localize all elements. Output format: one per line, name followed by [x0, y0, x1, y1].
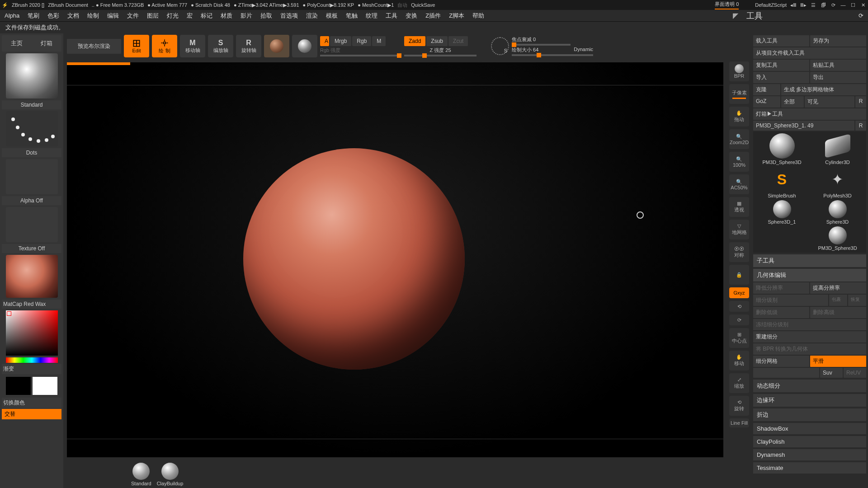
menu-picker[interactable]: 拾取 — [260, 12, 272, 20]
menu-zplugin[interactable]: Z插件 — [425, 12, 441, 20]
goz-visible-button[interactable]: 可见 — [805, 96, 854, 108]
preview-bool-button[interactable]: 预览布尔渲染 — [67, 39, 121, 54]
menu-preferences[interactable]: 首选项 — [280, 12, 298, 20]
linefill-button[interactable]: Line Fill — [729, 418, 749, 427]
reload-icon[interactable]: ⟳ — [859, 12, 863, 19]
xyz-button[interactable]: Gxyz — [729, 287, 749, 298]
persp-button[interactable]: ▦透视 — [729, 197, 749, 217]
dynamesh-section[interactable]: Dynamesh — [753, 449, 866, 460]
geometry-section[interactable]: 几何体编辑 — [753, 269, 866, 282]
tool-item-sphere3d-1[interactable]: Sphere3D_1 — [755, 200, 809, 225]
sdiv-slider[interactable]: 细分级别 — [753, 295, 828, 306]
tool-item-simplebrush[interactable]: SSimpleBrush — [755, 167, 809, 198]
m-button[interactable]: M — [372, 36, 386, 46]
z-intensity-slider[interactable] — [404, 55, 476, 56]
reconstruct-button[interactable]: 重建细分 — [753, 331, 866, 343]
tab-home[interactable]: 主页 — [2, 35, 32, 52]
tool-item-cylinder[interactable]: Cylinder3D — [811, 133, 864, 165]
hue-strip[interactable] — [6, 357, 58, 363]
divide-button[interactable]: 细分网格 — [753, 356, 809, 367]
menu-alpha[interactable]: Alpha — [5, 12, 19, 19]
paste-tool-button[interactable]: 粘贴工具 — [810, 60, 866, 71]
draw-mode-button[interactable]: 绘 制 — [152, 35, 177, 57]
drag-button[interactable]: ✋拖动 — [729, 107, 749, 127]
alpha-thumbnail[interactable] — [6, 159, 58, 194]
load-from-project-button[interactable]: 从项目文件载入工具 — [753, 47, 866, 59]
subtool-section[interactable]: 子工具 — [753, 254, 866, 267]
menu-texture[interactable]: 纹理 — [366, 12, 377, 20]
quicksave-button[interactable]: QuickSave — [411, 2, 435, 8]
import-button[interactable]: 导入 — [753, 72, 809, 83]
menu-stroke[interactable]: 笔触 — [346, 12, 358, 20]
sphere-mesh[interactable] — [243, 148, 465, 370]
tab-lightbox[interactable]: 灯箱 — [32, 35, 61, 52]
collapse-icon[interactable]: ◤ — [733, 11, 738, 20]
menu-light[interactable]: 灯光 — [167, 12, 179, 20]
rgb-intensity-slider[interactable] — [320, 55, 401, 56]
menu-stencil[interactable]: 模板 — [326, 12, 338, 20]
rgb-button[interactable]: Rgb — [352, 36, 371, 46]
half-button[interactable]: 🔍AC50% — [729, 174, 749, 194]
menu-tool[interactable]: 工具 — [386, 12, 397, 20]
menu-color[interactable]: 色彩 — [47, 12, 59, 20]
swatch-white[interactable] — [33, 377, 57, 395]
claypolish-section[interactable]: ClayPolish — [753, 436, 866, 447]
higher-res-button[interactable]: 提高分辨率 — [810, 282, 866, 294]
menu-macro[interactable]: 宏 — [187, 12, 193, 20]
goz-r-button[interactable]: R — [855, 96, 866, 108]
menu-material[interactable]: 材质 — [221, 12, 232, 20]
color-picker[interactable] — [6, 310, 58, 356]
subpixel-button[interactable]: 子像素 — [729, 84, 749, 104]
lightbox-tool-button[interactable]: 灯箱▶工具 — [753, 108, 866, 120]
brush-thumbnail[interactable] — [6, 53, 58, 99]
shadowbox-section[interactable]: ShadowBox — [753, 423, 866, 434]
sym-button[interactable]: ⦿⦿对称 — [729, 242, 749, 262]
restore-button[interactable]: 恢复 — [848, 295, 866, 306]
scale-gizmo-button[interactable]: S编放轴 — [208, 35, 233, 57]
floor-button[interactable]: ▽地网格 — [729, 220, 749, 239]
a-toggle[interactable]: A — [320, 36, 329, 46]
copy-tool-button[interactable]: 复制工具 — [753, 60, 809, 71]
crease-section[interactable]: 折边 — [753, 408, 866, 421]
zscript-label[interactable]: DefaultZScript — [755, 2, 787, 8]
move-view-button[interactable]: ✋移动 — [729, 351, 749, 371]
makepoly-button[interactable]: 生成 多边形网格物体 — [781, 84, 866, 95]
rot-z-button[interactable]: ⟳ — [729, 314, 749, 325]
doc-icon[interactable]: 🗐 — [820, 2, 826, 8]
menu-file[interactable]: 文件 — [127, 12, 139, 20]
edit-mode-button[interactable]: Edit — [124, 35, 149, 57]
del-low-button[interactable]: 删除低级 — [753, 307, 809, 318]
menu-icon[interactable]: ☰ — [810, 2, 816, 8]
current-tool-slider[interactable]: PM3D_Sphere3D_1. 49 — [753, 121, 854, 131]
transparency-slider[interactable]: 界面透明 0 — [715, 1, 739, 9]
s-dial-icon[interactable]: S — [491, 37, 509, 55]
tool-item-pm3d-sphere3d[interactable]: PM3D_Sphere3D — [811, 226, 864, 251]
alternate-button[interactable]: 交替 — [2, 409, 61, 419]
gradient-label[interactable]: 渐变 — [2, 364, 61, 374]
lock-button[interactable]: 🔒 — [729, 265, 749, 285]
menu-movie[interactable]: 影片 — [241, 12, 252, 20]
stroke-thumbnail[interactable] — [6, 111, 58, 146]
rotate-view-button[interactable]: ⟲旋转 — [729, 396, 749, 416]
suv-button[interactable]: Suv — [820, 368, 843, 378]
maximize-icon[interactable]: ☐ — [850, 2, 856, 8]
frame-button[interactable]: ⊞中心点 — [729, 328, 749, 348]
drawsize-slider[interactable] — [512, 54, 593, 56]
saveas-button[interactable]: 另存为 — [810, 35, 866, 47]
del-high-button[interactable]: 删除高级 — [810, 307, 866, 318]
bpr-button[interactable]: BPR — [729, 61, 749, 81]
next-icon[interactable]: Ⅲ▸ — [800, 2, 807, 8]
focal-slider[interactable] — [512, 44, 571, 46]
mrgb-button[interactable]: Mrgb — [330, 36, 351, 46]
zadd-button[interactable]: Zadd — [404, 36, 425, 46]
menu-draw[interactable]: 绘制 — [87, 12, 99, 20]
zoom2d-button[interactable]: 🔍Zoom2D — [729, 129, 749, 149]
tool-item-pm3d-sphere[interactable]: PM3D_Sphere3D — [755, 133, 809, 165]
restore-icon[interactable]: ⟳ — [830, 2, 836, 8]
menu-document[interactable]: 文档 — [67, 12, 79, 20]
edgeloop-section[interactable]: 边缘环 — [753, 394, 866, 407]
smooth-button[interactable]: 平滑 — [810, 356, 866, 367]
grey-preview-button[interactable] — [292, 35, 317, 57]
brush-slot-claybuildup[interactable]: ClayBuildup — [157, 463, 184, 486]
material-thumbnail[interactable] — [6, 255, 58, 298]
